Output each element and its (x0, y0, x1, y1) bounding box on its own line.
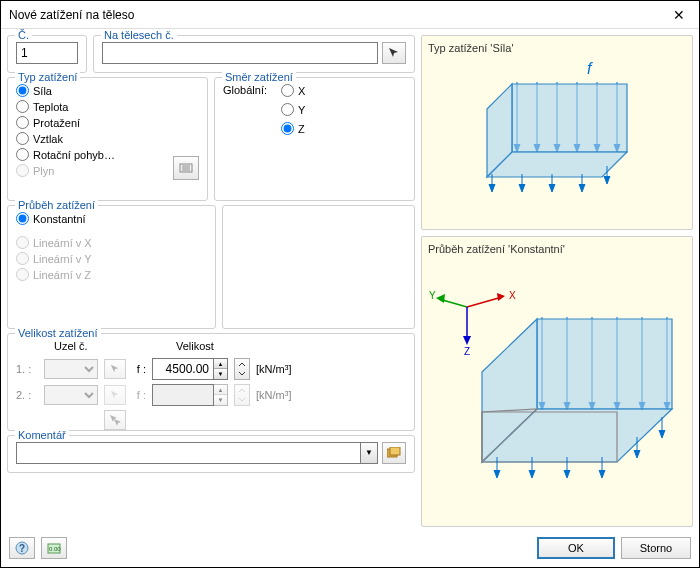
magnitude-row-2: 2. : f : ▲▼ [kN/m³] (16, 384, 406, 406)
group-distribution: Průběh zatížení Konstantní Lineární v X … (7, 205, 216, 329)
radio-teplota[interactable]: Teplota (16, 100, 115, 113)
radio-linz: Lineární v Z (16, 268, 207, 281)
value-input-2 (152, 384, 214, 406)
preview-load-type: Typ zatížení 'Síla' f (421, 35, 693, 230)
radio-vztlak[interactable]: Vztlak (16, 132, 115, 145)
pick-solid-icon[interactable] (382, 42, 406, 64)
pick-node-1-icon (104, 359, 126, 379)
load-type-settings-icon[interactable] (173, 156, 199, 180)
svg-line-17 (467, 297, 502, 307)
svg-text:?: ? (19, 543, 25, 554)
svg-marker-9 (512, 84, 627, 152)
stepper-1[interactable] (234, 358, 250, 380)
group-load-type: Typ zatížení Síla Teplota Protažení Vztl… (7, 77, 208, 201)
spinner-1[interactable]: ▲▼ (214, 358, 228, 380)
force-symbol: f (587, 60, 593, 77)
number-input[interactable] (16, 42, 78, 64)
label-on-solids: Na tělesech č. (101, 29, 177, 41)
label-comment: Komentář (15, 429, 69, 441)
comment-input[interactable] (16, 442, 360, 464)
radio-dir-z[interactable]: Z (281, 122, 305, 135)
distribution-placeholder (222, 205, 415, 329)
close-icon[interactable]: ✕ (659, 1, 699, 29)
help-icon[interactable]: ? (9, 537, 35, 559)
label-number: Č. (15, 29, 32, 41)
radio-plyn: Plyn (16, 164, 115, 177)
pick-nodes-multi-icon (104, 410, 126, 430)
svg-marker-11 (487, 152, 627, 177)
label-load-type: Typ zatížení (15, 71, 80, 83)
on-solids-input[interactable] (102, 42, 378, 64)
node-select-2 (44, 385, 98, 405)
label-global: Globální: (223, 84, 273, 138)
radio-liny: Lineární v Y (16, 252, 207, 265)
label-distribution: Průběh zatížení (15, 199, 98, 211)
group-on-solids: Na tělesech č. (93, 35, 415, 73)
svg-text:0.00: 0.00 (49, 546, 61, 552)
node-select-1 (44, 359, 98, 379)
label-magnitude: Velikost zatížení (15, 327, 101, 339)
label-direction: Směr zatížení (222, 71, 296, 83)
group-number: Č. (7, 35, 87, 73)
window-title: Nové zatížení na těleso (9, 8, 134, 22)
svg-marker-29 (537, 319, 672, 409)
footer: ? 0.00 OK Storno (1, 533, 699, 563)
head-node: Uzel č. (54, 340, 130, 352)
ok-button[interactable]: OK (537, 537, 615, 559)
radio-sila[interactable]: Síla (16, 84, 115, 97)
spinner-2: ▲▼ (214, 384, 228, 406)
radio-konst[interactable]: Konstantní (16, 212, 207, 225)
head-value: Velikost (176, 340, 214, 352)
comment-dropdown-icon[interactable]: ▼ (360, 442, 378, 464)
stepper-2 (234, 384, 250, 406)
magnitude-row-1: 1. : f : ▲▼ [kN/m³] (16, 358, 406, 380)
value-input-1[interactable] (152, 358, 214, 380)
radio-protazeni[interactable]: Protažení (16, 116, 115, 129)
svg-text:Y: Y (429, 290, 436, 301)
axis-triad: X Y Z (429, 290, 516, 357)
units-icon[interactable]: 0.00 (41, 537, 67, 559)
group-direction: Směr zatížení Globální: X Y Z (214, 77, 415, 201)
titlebar: Nové zatížení na těleso ✕ (1, 1, 699, 29)
preview-distribution: Průběh zatížení 'Konstantní' X Y Z (421, 236, 693, 527)
radio-dir-y[interactable]: Y (281, 103, 305, 116)
radio-dir-x[interactable]: X (281, 84, 305, 97)
svg-rect-2 (390, 447, 400, 455)
svg-text:X: X (509, 290, 516, 301)
radio-linx: Lineární v X (16, 236, 207, 249)
group-magnitude: Velikost zatížení Uzel č. Velikost 1. : … (7, 333, 415, 431)
comment-library-icon[interactable] (382, 442, 406, 464)
svg-text:Z: Z (464, 346, 470, 357)
radio-rotacni[interactable]: Rotační pohyb… (16, 148, 115, 161)
pick-node-2-icon (104, 385, 126, 405)
group-comment: Komentář ▼ (7, 435, 415, 473)
cancel-button[interactable]: Storno (621, 537, 691, 559)
